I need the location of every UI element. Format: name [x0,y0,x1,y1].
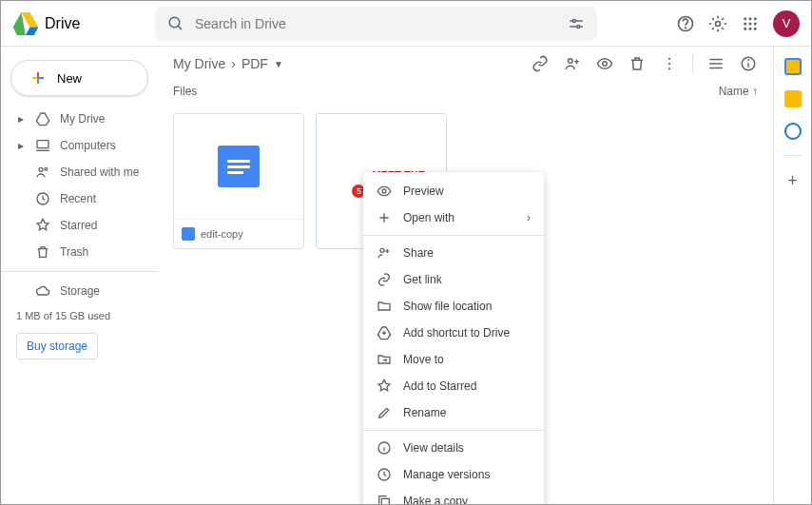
link-icon[interactable] [531,54,550,73]
file-card[interactable]: edit-copy [173,113,304,249]
sidebar-item-mydrive[interactable]: ▸My Drive [1,106,158,132]
svg-point-41 [380,248,384,252]
open-icon [377,210,392,225]
svg-point-31 [668,58,670,60]
svg-point-27 [569,59,573,64]
new-button[interactable]: New [10,60,148,96]
star-icon [377,379,392,394]
ctx-open-with[interactable]: Open with› [363,204,544,231]
sidebar: New ▸My Drive ▸Computers Shared with me … [1,47,158,504]
search-input[interactable] [195,16,537,31]
svg-point-16 [749,27,752,29]
svg-point-11 [754,17,757,20]
svg-point-24 [39,167,43,171]
breadcrumb[interactable]: My Drive › PDF ▼ [173,56,283,71]
add-app-icon[interactable]: + [787,171,798,191]
ctx-preview[interactable]: Preview [363,178,544,204]
eye-icon[interactable] [595,54,614,73]
link-icon [377,272,392,287]
info-icon [377,440,392,456]
product-name: Drive [45,15,80,32]
ctx-add-starred[interactable]: Add to Starred [363,373,544,399]
cloud-icon [35,283,50,299]
chevron-right-icon: › [527,211,531,224]
copy-icon [377,494,392,505]
ctx-add-shortcut[interactable]: Add shortcut to Drive [363,320,544,346]
search-icon [166,14,185,33]
storage-usage: 1 MB of 15 GB used [1,304,158,327]
ctx-manage-versions[interactable]: Manage versions [363,461,544,488]
avatar[interactable]: V [773,10,800,37]
doc-thumb-icon [218,146,260,187]
calendar-app-icon[interactable] [784,58,802,75]
apps-icon[interactable] [741,14,760,33]
svg-point-15 [744,27,746,29]
sidebar-item-trash[interactable]: Trash [1,239,158,265]
svg-point-32 [668,63,670,65]
svg-rect-22 [37,141,48,148]
svg-point-10 [749,17,752,20]
delete-icon[interactable] [628,54,647,73]
trash-icon [35,244,50,260]
ctx-make-copy[interactable]: Make a copy [363,488,544,505]
ctx-move-to[interactable]: Move to [363,346,544,373]
help-icon[interactable] [676,14,695,33]
drive-triangle-icon [12,12,39,35]
ctx-view-details[interactable]: View details [363,435,544,461]
search-options-icon[interactable] [567,14,586,33]
person-add-icon[interactable] [563,54,582,73]
person-add-icon [377,245,392,261]
sidebar-item-storage[interactable]: Storage [1,278,158,304]
history-icon [377,467,392,482]
more-icon[interactable] [660,54,679,73]
chevron-down-icon[interactable]: ▼ [274,59,283,69]
svg-point-13 [749,22,752,25]
settings-icon[interactable] [708,14,727,33]
ctx-rename[interactable]: Rename [363,399,544,426]
sidebar-item-computers[interactable]: ▸Computers [1,132,158,159]
svg-point-33 [668,68,670,69]
tasks-app-icon[interactable] [784,123,802,140]
breadcrumb-root[interactable]: My Drive [173,56,225,71]
drive-logo[interactable]: Drive [12,12,155,35]
breadcrumb-folder[interactable]: PDF [242,56,268,71]
new-label: New [57,71,82,86]
keep-app-icon[interactable] [784,90,802,107]
folder-icon [377,299,392,314]
ctx-share[interactable]: Share [363,240,544,266]
docs-file-icon [182,227,195,241]
svg-point-17 [754,27,757,29]
buy-storage-button[interactable]: Buy storage [16,333,98,359]
chevron-right-icon: › [231,56,236,71]
context-menu: Preview Open with› Share Get link Show f… [363,172,544,505]
search-bar[interactable] [155,7,597,41]
name-sort[interactable]: Name ↑ [719,85,758,98]
sidebar-item-recent[interactable]: Recent [1,185,158,212]
shortcut-icon [377,325,392,340]
ctx-get-link[interactable]: Get link [363,266,544,293]
svg-point-25 [45,167,48,170]
file-name: edit-copy [201,228,243,240]
svg-point-40 [382,189,386,193]
svg-point-9 [744,17,746,20]
svg-point-7 [686,27,686,28]
sidebar-item-shared[interactable]: Shared with me [1,159,158,185]
svg-point-30 [603,62,608,67]
sidebar-item-starred[interactable]: Starred [1,212,158,239]
info-icon[interactable] [739,54,758,73]
drive-icon [35,111,50,126]
list-view-icon[interactable] [706,54,725,73]
eye-icon [377,184,392,199]
right-sidebar: + [773,47,811,504]
ctx-show-location[interactable]: Show file location [363,293,544,320]
move-icon [377,352,392,367]
svg-point-5 [577,25,580,28]
svg-point-14 [754,22,757,25]
pencil-icon [377,405,392,420]
svg-point-0 [169,17,180,28]
svg-rect-46 [381,498,389,505]
svg-line-1 [178,26,182,29]
svg-point-4 [572,19,575,22]
files-header: Files [173,85,197,98]
people-icon [35,165,50,180]
